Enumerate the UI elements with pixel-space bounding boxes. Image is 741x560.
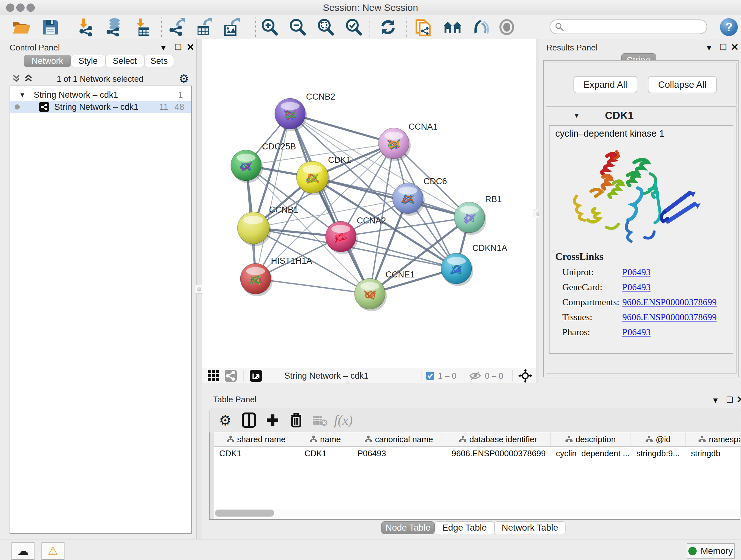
table-row[interactable]: CDK1CDK1P064939606.ENSP00000378699cyclin… [214,447,740,460]
network-node-HIST1H1A[interactable]: HIST1H1A [240,256,312,296]
network-node-CCNB2[interactable]: CCNB2 [275,92,335,131]
network-options-gear-icon[interactable]: ⚙ [179,72,189,85]
hidden-toggle[interactable] [469,371,482,381]
memory-button[interactable]: Memory [687,543,735,559]
expand-all-button[interactable]: Expand All [574,76,637,93]
houses-button[interactable] [441,17,464,37]
table-panel-float-button[interactable]: ❑ [726,395,733,404]
create-column-button[interactable] [261,411,284,430]
column-header-namespace[interactable]: namespace [685,432,740,446]
column-header-shared-name[interactable]: shared name [214,432,299,446]
network-node-RB1[interactable]: RB1 [454,194,502,235]
network-node-CDK1[interactable]: CDK1 [296,155,351,195]
tab-network[interactable]: Network [24,55,71,67]
network-node-CCNB1[interactable]: CCNB1 [238,205,298,246]
table-options-gear-icon[interactable]: ⚙ [213,411,237,430]
show-columns-button[interactable] [237,411,261,430]
collapse-all-button[interactable]: Collapse All [648,76,717,93]
crosslink-link[interactable]: 9606.ENSP00000378699 [622,297,717,307]
export-network-button[interactable] [165,17,188,37]
crosslink-link[interactable]: P06493 [622,327,651,337]
network-row-selected[interactable]: String Network – cdk1 11 48 [10,101,191,113]
results-button-row: Expand All Collapse All [546,63,737,105]
control-panel-close-button[interactable]: ✕ [186,42,194,53]
tab-sets[interactable]: Sets [144,55,174,67]
grid-view-button[interactable] [205,366,222,385]
save-session-button[interactable] [39,17,62,37]
zoom-selected-button[interactable] [342,17,365,37]
tab-edge-table[interactable]: Edge Table [434,521,494,534]
node-label-CCNB2: CCNB2 [306,92,335,102]
network-edge-CCNB2-HIST1H1A[interactable] [256,114,290,279]
control-panel-float-button[interactable]: ❑ [175,43,182,52]
title-bar: Session: New Session [0,0,741,15]
zoom-out-button[interactable] [286,17,309,37]
network-node-CCNA1[interactable]: CCNA1 [379,122,438,161]
table-cell[interactable]: stringdb:9... [631,447,685,460]
node-label-CDKN1A: CDKN1A [472,243,508,253]
network-view-button[interactable] [222,366,239,385]
network-node-CDKN1A[interactable]: CDKN1A [441,243,508,286]
import-network-database-button[interactable] [103,17,126,37]
hide-graphics-button[interactable] [468,17,491,37]
results-panel: Results Panel ▼ ❑ ✕ String Expand All Co… [539,39,741,391]
warnings-button[interactable]: ⚠ [42,543,64,560]
network-graph[interactable]: CCNB2CCNA1CDC25BCDK1CDC6RB1CCNB1CCNA2CDK… [202,39,536,368]
node-table[interactable]: shared namenamecanonical namedatabase id… [209,432,740,520]
results-panel-close-button[interactable]: ✕ [731,42,739,53]
crosslink-link[interactable]: 9606.ENSP00000378699 [622,312,717,322]
import-table-file-button[interactable] [131,17,154,37]
table-cell[interactable]: CDK1 [214,447,299,460]
selected-checkbox[interactable] [426,371,434,380]
table-cell[interactable]: 9606.ENSP00000378699 [446,447,550,460]
control-panel-menu-button[interactable]: ▼ [159,44,167,52]
disclosure-triangle-icon[interactable]: ▼ [19,91,25,99]
help-button[interactable]: ? [720,18,738,36]
tab-select[interactable]: Select [105,55,144,67]
network-node-CCNE1[interactable]: CCNE1 [354,270,415,311]
zoom-fit-button[interactable] [314,17,337,37]
cloud-button[interactable]: ☁ [11,543,35,560]
open-session-button[interactable] [10,17,33,37]
export-image-button[interactable] [220,17,243,37]
birdseye-view-button[interactable] [247,366,265,385]
search-input[interactable] [564,22,699,32]
disclosure-triangle-icon[interactable]: ▼ [573,111,580,120]
tab-style[interactable]: Style [71,55,105,67]
table-cell[interactable]: CDK1 [299,447,352,460]
crosslink-link[interactable]: P06493 [622,267,651,277]
tab-network-table[interactable]: Network Table [494,521,565,534]
table-cell[interactable]: cyclin–dependent ... [550,447,631,460]
table-panel-close-button[interactable]: ✕ [737,394,741,405]
table-panel-menu-button[interactable]: ▼ [712,396,719,405]
network-edge-CCNE1-HIST1H1A[interactable] [256,279,370,294]
window-title: Session: New Session [0,2,741,13]
crosslink-link[interactable]: P06493 [622,282,651,293]
network-canvas[interactable]: CCNB2CCNA1CDC25BCDK1CDC6RB1CCNB1CCNA2CDK… [202,39,536,368]
table-cell[interactable]: P06493 [352,447,446,460]
column-header-name[interactable]: name [299,432,352,446]
network-node-CDC25B[interactable]: CDC25B [231,142,296,183]
refresh-layout-button[interactable] [377,17,400,37]
column-header-canonical-name[interactable]: canonical name [352,432,446,446]
export-table-button[interactable] [193,17,216,37]
column-header-description[interactable]: description [550,432,631,446]
level-of-detail-button[interactable] [495,17,518,37]
network-collection-row[interactable]: ▼ String Network – cdk1 1 [10,89,191,101]
table-cell[interactable]: stringdb [685,447,740,460]
tab-node-table[interactable]: Node Table [381,521,434,534]
fit-content-button[interactable] [516,366,534,385]
gene-section-header[interactable]: ▼ CDK1 [546,107,736,125]
column-header-database-identifier[interactable]: database identifier [446,432,550,446]
network-edge-CCNB2-CCNE1[interactable] [290,114,370,294]
duplicate-network-button[interactable] [412,17,435,37]
delete-column-button[interactable] [284,411,308,430]
results-panel-menu-button[interactable]: ▼ [705,44,713,52]
zoom-in-button[interactable] [258,17,281,37]
column-header--id[interactable]: @id [631,432,685,446]
import-network-file-button[interactable] [75,17,98,37]
table-horizontal-scrollbar[interactable] [214,509,740,517]
control-panel-title: Control Panel [10,43,60,53]
results-panel-float-button[interactable]: ❑ [720,43,727,52]
scrollbar-thumb[interactable] [215,509,274,516]
